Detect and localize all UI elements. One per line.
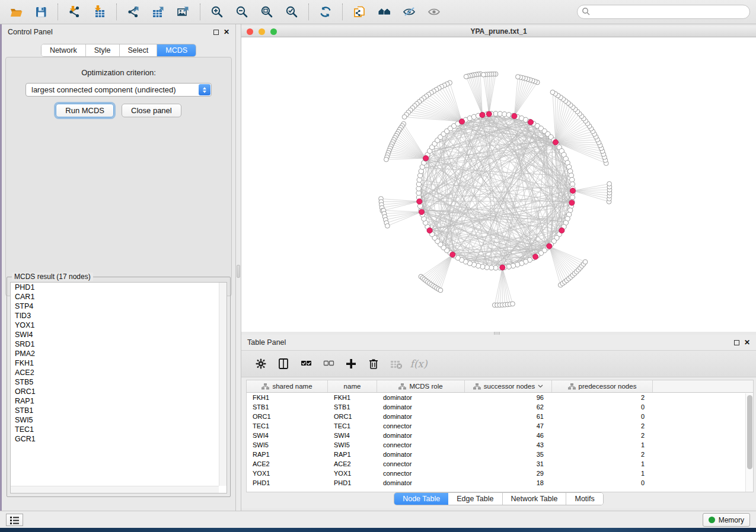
deselect-all-button[interactable]	[317, 353, 340, 374]
table-row[interactable]: RAP1RAP1dominator352	[247, 450, 753, 459]
refresh-button[interactable]	[313, 2, 338, 22]
table-cell: 1	[552, 460, 653, 467]
zoom-selected-icon	[285, 5, 298, 18]
function-builder-button: f(x)	[407, 353, 430, 374]
float-panel-icon[interactable]	[213, 30, 219, 35]
export-image-button[interactable]	[171, 2, 196, 22]
mcds-result-item[interactable]: STB1	[11, 406, 227, 415]
tab-style[interactable]: Style	[86, 44, 120, 56]
mcds-result-item[interactable]: PHD1	[11, 283, 227, 292]
mcds-result-item[interactable]: YOX1	[11, 321, 227, 330]
table-mode-gear-button[interactable]	[250, 353, 272, 374]
table-row[interactable]: ACE2ACE2connector311	[247, 459, 753, 469]
mcds-result-item[interactable]: ACE2	[11, 368, 227, 377]
mcds-result-item[interactable]: SWI4	[11, 330, 227, 339]
close-panel-button[interactable]: Close panel	[122, 104, 181, 117]
vertical-split-divider[interactable]	[235, 24, 241, 511]
tab-motifs[interactable]: Motifs	[566, 493, 602, 505]
delete-columns-button[interactable]	[362, 353, 385, 374]
float-panel-icon[interactable]	[734, 340, 739, 345]
table-row[interactable]: TEC1TEC1connector472	[247, 421, 753, 431]
export-table-button[interactable]	[146, 2, 171, 22]
column-header-MCDS-role[interactable]: MCDS role	[377, 380, 465, 392]
mcds-result-item[interactable]: SRD1	[11, 339, 227, 349]
column-header-successor-nodes[interactable]: successor nodes	[465, 380, 552, 392]
mcds-list-horizontal-scrollbar[interactable]	[11, 486, 219, 493]
main-toolbar: >	[0, 0, 756, 24]
table-scrollbar-thumb[interactable]	[747, 395, 752, 469]
table-cell: dominator	[377, 413, 465, 420]
export-network-button[interactable]	[121, 2, 146, 22]
column-header-shared-name[interactable]: shared name	[247, 380, 328, 392]
zoom-out-button[interactable]	[229, 2, 254, 22]
import-table-button[interactable]	[87, 2, 112, 22]
delete-columns-icon	[367, 357, 380, 370]
mcds-list-vertical-scrollbar[interactable]	[219, 283, 227, 486]
table-cell: SWI5	[328, 441, 377, 448]
copy-network-button[interactable]	[347, 2, 372, 22]
show-panels-list-button[interactable]	[6, 514, 23, 526]
vertical-divider-grabber[interactable]	[237, 265, 240, 278]
dropdown-selected-value: largest connected component (undirected)	[31, 85, 176, 94]
select-all-button[interactable]	[295, 353, 317, 374]
zoom-selected-button[interactable]	[279, 2, 304, 22]
tab-mcds[interactable]: MCDS	[157, 44, 196, 56]
search-input[interactable]	[577, 5, 750, 19]
network-graph[interactable]	[241, 37, 756, 332]
import-network-button[interactable]	[62, 2, 87, 22]
show-all-button[interactable]: >	[422, 2, 446, 22]
table-cell: TEC1	[328, 422, 377, 430]
add-column-icon	[344, 357, 358, 370]
show-columns-button[interactable]	[272, 353, 295, 374]
table-row[interactable]: SWI5SWI5connector431	[247, 440, 753, 450]
table-cell: dominator	[377, 394, 465, 401]
tab-network-table[interactable]: Network Table	[503, 493, 567, 505]
tab-edge-table[interactable]: Edge Table	[448, 493, 502, 505]
mcds-result-item[interactable]: CAR1	[11, 292, 227, 302]
mcds-result-item[interactable]: SWI5	[11, 415, 227, 425]
run-mcds-button[interactable]: Run MCDS	[56, 104, 114, 117]
application-window: > Control Panel ✕ NetworkStyleSelectMCDS…	[0, 0, 756, 528]
column-header-predecessor-nodes[interactable]: predecessor nodes	[552, 380, 653, 392]
table-vertical-scrollbar[interactable]	[745, 393, 753, 492]
table-row[interactable]: PHD1PHD1dominator180	[247, 478, 753, 488]
zoom-fit-button[interactable]	[254, 2, 279, 22]
export-network-icon	[127, 5, 140, 18]
hide-selected-button[interactable]	[397, 2, 422, 22]
add-column-button[interactable]	[340, 353, 362, 374]
mcds-result-item[interactable]: STB5	[11, 377, 227, 387]
mcds-result-item[interactable]: FKH1	[11, 358, 227, 368]
table-row[interactable]: SWI4SWI4dominator462	[247, 431, 753, 440]
open-file-button[interactable]	[4, 2, 28, 22]
table-row[interactable]: ORC1ORC1dominator610	[247, 412, 753, 421]
table-cell: connector	[377, 470, 465, 477]
zoom-in-button[interactable]	[205, 2, 229, 22]
table-row[interactable]: FKH1FKH1dominator962	[247, 393, 753, 402]
mcds-result-item[interactable]: PMA2	[11, 349, 227, 358]
mcds-result-item[interactable]: TEC1	[11, 425, 227, 434]
network-canvas[interactable]	[241, 37, 756, 332]
refresh-icon	[319, 5, 332, 18]
tab-network[interactable]: Network	[42, 44, 86, 56]
table-row[interactable]: STB1STB1dominator620	[247, 402, 753, 412]
mcds-result-list[interactable]: PHD1CAR1STP4TID3YOX1SWI4SRD1PMA2FKH1ACE2…	[10, 282, 227, 493]
table-cell: 47	[465, 422, 552, 430]
tab-select[interactable]: Select	[120, 44, 158, 56]
close-panel-icon[interactable]: ✕	[744, 340, 750, 345]
memory-button[interactable]: Memory	[703, 513, 750, 527]
table-cell: dominator	[377, 479, 465, 486]
mcds-result-item[interactable]: RAP1	[11, 396, 227, 406]
tab-node-table[interactable]: Node Table	[394, 493, 448, 505]
mcds-result-item[interactable]: STP4	[11, 302, 227, 311]
column-header-name[interactable]: name	[328, 380, 377, 392]
first-neighbors-button[interactable]	[372, 2, 397, 22]
table-row[interactable]: YOX1YOX1connector291	[247, 469, 753, 478]
first-neighbors-icon	[378, 5, 391, 18]
close-panel-icon[interactable]: ✕	[224, 30, 229, 35]
optimization-criterion-dropdown[interactable]: largest connected component (undirected)	[25, 83, 212, 97]
mcds-result-item[interactable]: GCR1	[11, 434, 227, 444]
save-button[interactable]	[28, 2, 53, 22]
mcds-result-item[interactable]: TID3	[11, 311, 227, 321]
mcds-result-item[interactable]: ORC1	[11, 387, 227, 396]
table-cell: dominator	[377, 432, 465, 439]
